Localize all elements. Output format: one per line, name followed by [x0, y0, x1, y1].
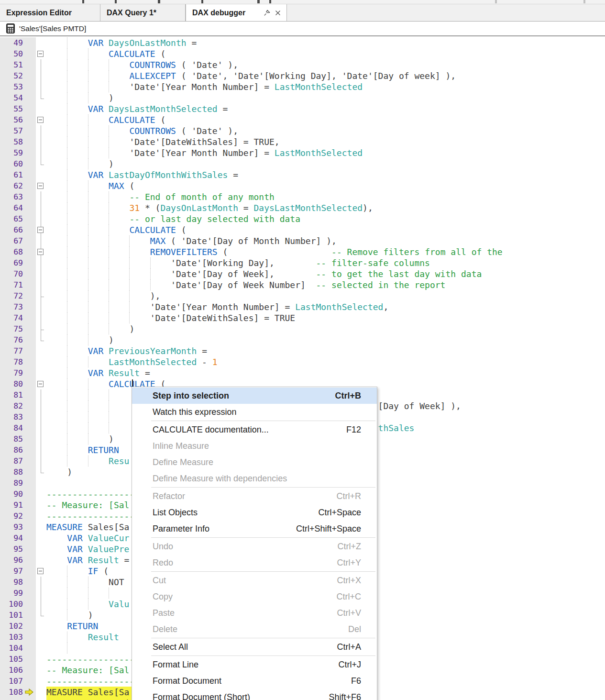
code-token: ): [46, 324, 134, 334]
menu-item-parameter-info[interactable]: Parameter InfoCtrl+Shift+Space: [132, 521, 377, 537]
indent-guide: [109, 389, 109, 400]
code-token: ): [46, 467, 72, 477]
code-line[interactable]: 'Date'[Year Month Number] = LastMonthSel…: [46, 147, 605, 158]
code-token: [103, 38, 109, 48]
menu-item-shortcut: Del: [348, 624, 361, 634]
code-line[interactable]: MAX (: [46, 180, 605, 191]
tab-dax-debugger[interactable]: DAX debugger: [186, 4, 287, 21]
code-token: 'Date'[Year Month Number] =: [46, 148, 275, 158]
menu-item-list-objects[interactable]: List ObjectsCtrl+Space: [132, 504, 377, 521]
code-line[interactable]: MAX ( 'Date'[Day of Month Number] ),: [46, 235, 605, 246]
line-number: 77: [0, 345, 36, 356]
code-line[interactable]: ): [46, 334, 605, 345]
fold-collapse-box[interactable]: [37, 249, 44, 255]
code-line[interactable]: VAR DaysOnLastMonth =: [46, 37, 605, 48]
code-row: 78 LastMonthSelected - 1: [0, 356, 605, 367]
menu-item-calculate-documentation-[interactable]: CALCULATE documentation...F12: [132, 422, 377, 438]
code-line[interactable]: ALLEXCEPT ( 'Date', 'Date'[Working Day],…: [46, 70, 605, 81]
code-line[interactable]: -- or last day selected with data: [46, 213, 605, 224]
code-line[interactable]: VAR Result =: [46, 367, 605, 378]
code-token: [103, 104, 109, 114]
fold-collapse-box[interactable]: [37, 568, 44, 574]
menu-item-format-document[interactable]: Format DocumentF6: [132, 673, 377, 689]
menu-item-format-document-short-[interactable]: Format Document (Short)Shift+F6: [132, 689, 377, 700]
fold-margin: [36, 676, 46, 687]
menu-item-watch-this-expression[interactable]: Watch this expression: [132, 404, 377, 420]
code-line[interactable]: 'Date'[Day of Week], -- to get the last …: [46, 268, 605, 279]
code-token: [46, 104, 88, 114]
code-line[interactable]: ): [46, 158, 605, 169]
menu-item-format-line[interactable]: Format LineCtrl+J: [132, 656, 377, 673]
fold-collapse-box[interactable]: [37, 381, 44, 387]
tab-dax-query-1-[interactable]: DAX Query 1*: [100, 4, 186, 21]
clipped-toolbar-mark: [115, 0, 117, 3]
code-line[interactable]: 'Date'[Year Month Number] = LastMonthSel…: [46, 301, 605, 312]
code-line[interactable]: VAR LastDayOfMonthWithSales =: [46, 169, 605, 180]
fold-collapse-box[interactable]: [37, 227, 44, 233]
code-line[interactable]: 'Date'[DateWithSales] = TRUE,: [46, 136, 605, 147]
tab-expression-editor[interactable]: Expression Editor: [0, 4, 100, 21]
code-line[interactable]: CALCULATE (: [46, 224, 605, 235]
code-line[interactable]: COUNTROWS ( 'Date' ),: [46, 59, 605, 70]
code-line[interactable]: REMOVEFILTERS ( -- Remove filters from a…: [46, 246, 605, 257]
fold-margin: [36, 48, 46, 59]
close-icon[interactable]: [274, 9, 282, 17]
line-number: 104: [0, 643, 36, 654]
code-row: 64 31 * (DaysOnLastMonth = DaysLastMonth…: [0, 202, 605, 213]
pin-icon[interactable]: [263, 9, 271, 17]
code-line[interactable]: 'Date'[Working Day], -- filter-safe colu…: [46, 257, 605, 268]
code-token: [46, 632, 88, 642]
code-token: [46, 368, 88, 378]
line-number: 55: [0, 103, 36, 114]
code-row: 75 ): [0, 323, 605, 334]
code-line[interactable]: 'Date'[DateWithSales] = TRUE: [46, 312, 605, 323]
code-line[interactable]: ): [46, 323, 605, 334]
code-line[interactable]: 'Date'[Day of Week Number] -- selected i…: [46, 279, 605, 290]
code-token: (: [176, 225, 187, 235]
code-line[interactable]: 31 * (DaysOnLastMonth = DaysLastMonthSel…: [46, 202, 605, 213]
line-number: 84: [0, 422, 36, 433]
code-token: [103, 170, 109, 180]
code-line[interactable]: LastMonthSelected - 1: [46, 356, 605, 367]
fold-margin: [36, 59, 46, 70]
code-row: 60 ): [0, 158, 605, 169]
code-token: 'Date'[Day of Week Number]: [46, 280, 316, 290]
menu-item-label: Step into selection: [153, 391, 229, 401]
code-token: =: [197, 346, 207, 356]
fold-collapse-box[interactable]: [37, 183, 44, 189]
tab-icons: [256, 9, 282, 17]
code-line[interactable]: CALCULATE (: [46, 48, 605, 59]
code-line[interactable]: -- End of month of any month: [46, 191, 605, 202]
line-number: 52: [0, 70, 36, 81]
line-number: 68: [0, 246, 36, 257]
line-number: 72: [0, 290, 36, 301]
code-token: ): [46, 93, 114, 103]
line-number: 60: [0, 158, 36, 169]
code-line[interactable]: 'Date'[Year Month Number] = LastMonthSel…: [46, 81, 605, 92]
fold-collapse-box[interactable]: [37, 51, 44, 57]
code-line[interactable]: COUNTROWS ( 'Date' ),: [46, 125, 605, 136]
code-line[interactable]: ),: [46, 290, 605, 301]
code-token: ): [46, 335, 114, 345]
menu-item-step-into-selection[interactable]: Step into selectionCtrl+B: [132, 388, 377, 404]
code-token: [83, 555, 88, 565]
code-token: Result: [109, 368, 140, 378]
fold-margin: [36, 345, 46, 356]
code-row: 74 'Date'[DateWithSales] = TRUE: [0, 312, 605, 323]
current-expression-path: 'Sales'[Sales PMTD]: [19, 24, 86, 33]
tab-label: DAX debugger: [192, 9, 245, 17]
fold-margin: [36, 687, 46, 698]
code-token: COUNTROWS: [129, 60, 176, 70]
code-line[interactable]: VAR PreviousYearMonth =: [46, 345, 605, 356]
fold-margin: [36, 544, 46, 555]
fold-margin: [36, 125, 46, 136]
code-line[interactable]: ): [46, 92, 605, 103]
code-line[interactable]: VAR DaysLastMonthSelected =: [46, 103, 605, 114]
fold-collapse-box[interactable]: [37, 117, 44, 123]
menu-item-select-all[interactable]: Select AllCtrl+A: [132, 639, 377, 655]
code-token: [46, 71, 129, 81]
code-token: DIVIDE (: [46, 698, 129, 700]
code-token: -- filter-safe columns: [316, 258, 430, 268]
code-line[interactable]: CALCULATE (: [46, 114, 605, 125]
line-number: 80: [0, 378, 36, 389]
